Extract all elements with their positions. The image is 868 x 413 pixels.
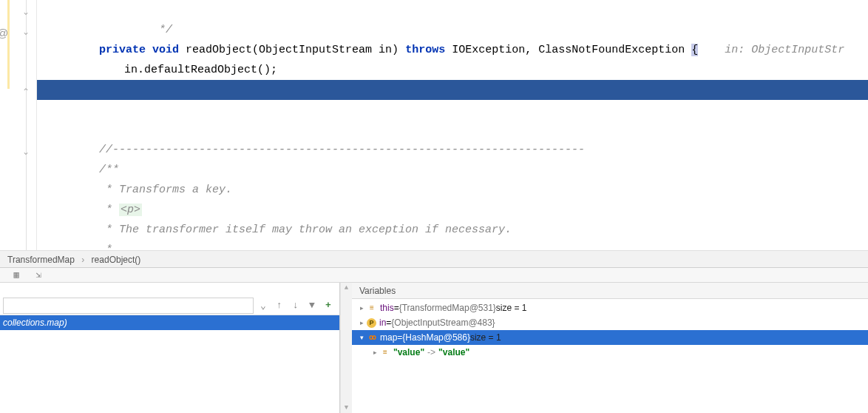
layout-tabular-icon[interactable]: ▦ <box>10 269 22 281</box>
code-line[interactable]: map = (Map) in.readObject(); in: ObjectI… <box>37 60 868 80</box>
entry-key: "value" <box>393 345 424 360</box>
variables-panel-header: Variables <box>352 283 868 299</box>
code-line[interactable]: */ <box>37 0 868 20</box>
variable-row-entry[interactable]: ▸ ≡ "value" -> "value" <box>352 345 868 360</box>
stack-frame[interactable]: collections.map) <box>0 315 339 330</box>
debugger-panel: ⌄ ↑ ↓ ▼ + collections.map) ▲ ▼ Variables… <box>0 283 868 413</box>
code-content[interactable]: */ private void readObject(ObjectInputSt… <box>37 0 868 240</box>
javadoc-line[interactable]: * <p> <box>37 180 868 200</box>
change-marker <box>7 0 10 89</box>
code-line[interactable]: //--------------------------------------… <box>37 120 868 140</box>
add-icon[interactable]: + <box>320 298 336 314</box>
variables-tree[interactable]: ▸ ≡ this = {TransformedMap@531} size = 1… <box>352 299 868 413</box>
code-line[interactable]: in.defaultReadObject(); <box>37 40 868 60</box>
frame-label: collections.map) <box>3 318 67 328</box>
equals: = <box>394 300 399 315</box>
comment-text: * <box>99 244 112 250</box>
variable-row-this[interactable]: ▸ ≡ this = {TransformedMap@531} size = 1 <box>352 300 868 315</box>
scroll-down-icon[interactable]: ▼ <box>345 403 348 413</box>
fold-end-icon[interactable]: ⌃ <box>21 87 30 97</box>
variable-value: {TransformedMap@531} <box>399 300 496 315</box>
filter-icon[interactable]: ▼ <box>304 298 320 314</box>
stack-frame-empty <box>0 330 339 345</box>
expand-icon[interactable]: ▸ <box>356 315 367 330</box>
frames-toolbar: ⌄ ↑ ↓ ▼ + <box>0 296 339 315</box>
code-line-blank[interactable] <box>37 100 868 120</box>
chevron-right-icon: › <box>81 255 84 265</box>
javadoc-line[interactable]: * Transforms a key. <box>37 160 868 180</box>
frames-panel: ⌄ ↑ ↓ ▼ + collections.map) <box>0 283 340 413</box>
parameter-icon: P <box>367 318 376 328</box>
thread-selector[interactable] <box>3 298 254 314</box>
expand-icon[interactable]: ▸ <box>356 300 367 315</box>
editor-gutter: @ ⌄ ⌄ ⌃ ⌄ <box>0 0 37 250</box>
override-gutter-icon[interactable]: @ <box>0 27 8 39</box>
equals: = <box>397 330 402 345</box>
fold-start-icon[interactable]: ⌄ <box>21 147 30 157</box>
chevron-down-icon[interactable]: ⌄ <box>255 298 271 314</box>
arrow-icon: -> <box>427 345 435 360</box>
variables-panel: Variables ▸ ≡ this = {TransformedMap@531… <box>352 283 868 413</box>
collapse-icon[interactable]: ▾ <box>356 330 367 345</box>
javadoc-line[interactable]: * The transformer itself may throw an ex… <box>37 200 868 220</box>
entry-value: "value" <box>438 345 469 360</box>
variable-size: size = 1 <box>496 300 527 315</box>
object-icon: ≡ <box>380 347 390 357</box>
map-icon: oo <box>367 332 377 343</box>
variable-name: map <box>380 330 397 345</box>
next-frame-icon[interactable]: ↓ <box>288 298 304 314</box>
javadoc-line[interactable]: /** <box>37 140 868 160</box>
breadcrumb-class[interactable]: TransformedMap <box>7 255 75 265</box>
previous-frame-icon[interactable]: ↑ <box>271 298 288 314</box>
expand-icon[interactable]: ▸ <box>370 345 380 360</box>
frames-list[interactable]: collections.map) <box>0 315 339 413</box>
scrollbar[interactable]: ▲ ▼ <box>340 283 352 413</box>
method-signature[interactable]: private void readObject(ObjectInputStrea… <box>37 20 868 40</box>
fold-end-icon[interactable]: ⌄ <box>21 7 30 17</box>
code-editor[interactable]: @ ⌄ ⌄ ⌃ ⌄ */ private void readObject(Obj… <box>0 0 868 250</box>
layout-restore-icon[interactable]: ⇲ <box>33 269 44 281</box>
object-icon: ≡ <box>367 303 377 313</box>
frames-panel-header <box>0 283 339 296</box>
variable-row-map[interactable]: ▾ oo map = {HashMap@586} size = 1 <box>352 330 868 345</box>
variable-value: {HashMap@586} <box>402 330 470 345</box>
variable-name: this <box>380 300 394 315</box>
javadoc-line[interactable]: * <box>37 220 868 240</box>
equals: = <box>386 315 391 330</box>
variable-size: size = 1 <box>470 330 501 345</box>
scroll-up-icon[interactable]: ▲ <box>345 283 348 293</box>
fold-guide <box>26 0 27 250</box>
variable-name: in <box>379 315 386 330</box>
fold-start-icon[interactable]: ⌄ <box>21 27 30 37</box>
breadcrumb-method[interactable]: readObject() <box>92 255 141 265</box>
variable-row-in[interactable]: ▸ P in = {ObjectInputStream@483} <box>352 315 868 330</box>
debug-views-toolbar: ▦ ⇲ <box>0 268 868 283</box>
breadcrumb[interactable]: TransformedMap › readObject() <box>0 250 868 268</box>
variable-value: {ObjectInputStream@483} <box>391 315 495 330</box>
execution-line[interactable]: } <box>37 80 868 100</box>
